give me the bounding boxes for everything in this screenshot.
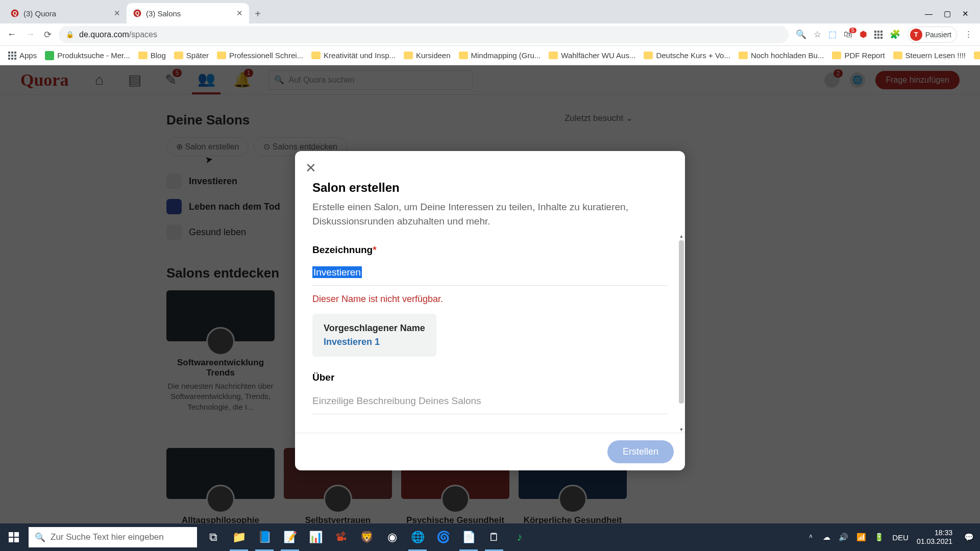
window-close-icon[interactable]: ✕ [962, 9, 969, 18]
volume-tray-icon[interactable]: 🔊 [839, 533, 848, 542]
tab-title: (3) Quora [23, 9, 56, 18]
spotify-app-icon[interactable]: ♪ [507, 523, 532, 551]
suggested-name-value: Investieren 1 [324, 337, 425, 347]
start-button[interactable] [0, 523, 28, 551]
profile-status: Pausiert [925, 31, 951, 39]
brave-app-icon[interactable]: 🦁 [354, 523, 379, 551]
adblock-icon[interactable]: ⬢ [860, 29, 867, 40]
url-domain: de.quora.com [79, 30, 129, 39]
tray-chevron-icon[interactable]: ＾ [807, 533, 815, 542]
reload-icon[interactable]: ⟳ [44, 29, 52, 40]
taskbar-search-placeholder: Zur Suche Text hier eingeben [51, 532, 164, 542]
forward-icon[interactable]: → [26, 29, 35, 40]
suggested-name-box[interactable]: Vorgeschlagener Name Investieren 1 [312, 314, 436, 357]
scroll-up-icon[interactable]: ▲ [679, 233, 684, 239]
chrome-app-icon[interactable]: 🌐 [405, 523, 430, 551]
bookmark-item[interactable]: PDF Report [829, 49, 888, 62]
modal-title: Salon erstellen [312, 181, 668, 195]
tab-close-icon[interactable]: ✕ [114, 9, 120, 18]
new-tab-button[interactable]: + [249, 5, 266, 22]
bookmark-item[interactable]: Steuern Videos wic... [971, 49, 980, 62]
obs-app-icon[interactable]: ◉ [380, 523, 404, 551]
close-icon[interactable]: ✕ [305, 160, 316, 176]
svg-text:Q: Q [135, 10, 139, 16]
app-icon[interactable]: 📄 [456, 523, 481, 551]
bookmark-item[interactable]: Deutsche Kurs + Vo... [641, 49, 733, 62]
bookmark-item[interactable]: Produktsuche - Mer... [42, 49, 133, 62]
modal-intro: Erstelle einen Salon, um Deine Interesse… [312, 200, 668, 228]
url-path: /spaces [129, 30, 157, 39]
bookmark-item[interactable]: Professionell Schrei... [214, 49, 306, 62]
browser-tab[interactable]: Q (3) Quora ✕ [4, 3, 127, 23]
battery-tray-icon[interactable]: 🔋 [874, 533, 884, 542]
extension-icon[interactable]: 🛍5 [844, 30, 852, 40]
taskbar-search-input[interactable]: 🔍 Zur Suche Text hier eingeben [29, 527, 197, 547]
extension-icon[interactable] [874, 31, 883, 39]
taskbar-clock[interactable]: 18:33 01.03.2021 [917, 529, 952, 546]
network-tray-icon[interactable]: 📶 [856, 533, 866, 542]
create-space-modal: ✕ Salon erstellen Erstelle einen Salon, … [295, 151, 685, 470]
bookmark-item[interactable]: Noch hochladen Bu... [736, 49, 827, 62]
quora-favicon-icon: Q [10, 9, 19, 18]
window-minimize-icon[interactable]: — [925, 9, 933, 18]
bookmark-star-icon[interactable]: ☆ [814, 29, 821, 40]
bookmark-item[interactable]: Später [171, 49, 212, 62]
powerpoint-app-icon[interactable]: 📽 [329, 523, 353, 551]
quora-favicon-icon: Q [133, 9, 142, 18]
bookmark-item[interactable]: Kreativität und Insp... [308, 49, 399, 62]
window-maximize-icon[interactable]: ▢ [944, 9, 951, 18]
chrome-tab-strip: Q (3) Quora ✕ Q (3) Salons ✕ + — ▢ ✕ [0, 0, 980, 23]
modal-scrollbar[interactable]: ▲ ▼ [679, 233, 684, 433]
mail-app-icon[interactable]: 📘 [252, 523, 277, 551]
name-label: Bezeichnung* [312, 244, 668, 256]
apps-button[interactable]: Apps [5, 49, 40, 62]
create-button[interactable]: Erstellen [607, 440, 674, 463]
edge-app-icon[interactable]: 🌀 [431, 523, 455, 551]
word-app-icon[interactable]: 📝 [278, 523, 302, 551]
language-indicator[interactable]: DEU [892, 533, 909, 542]
about-input[interactable]: Einzeilige Beschreibung Deines Salons [312, 391, 668, 414]
bookmark-item[interactable]: Steuern Lesen !!!! [890, 49, 969, 62]
browser-tab-active[interactable]: Q (3) Salons ✕ [127, 3, 249, 23]
lock-icon: 🔒 [66, 31, 74, 38]
bookmark-item[interactable]: Mindmapping (Gru... [456, 49, 544, 62]
action-center-icon[interactable]: 💬 [961, 529, 977, 545]
back-icon[interactable]: ← [7, 29, 16, 40]
tab-title: (3) Salons [146, 9, 181, 18]
notepad-app-icon[interactable]: 🗒 [482, 523, 506, 551]
name-input[interactable]: Investieren [312, 263, 668, 286]
url-input[interactable]: 🔒 de.quora.com/spaces [59, 26, 789, 43]
bookmarks-bar: Apps Produktsuche - Mer... Blog Später P… [0, 46, 980, 65]
suggested-name-label: Vorgeschlagener Name [324, 323, 425, 334]
svg-text:Q: Q [13, 10, 17, 16]
chrome-menu-icon[interactable]: ⋮ [964, 29, 973, 40]
bookmark-item[interactable]: Wahlfächer WU Aus... [546, 49, 639, 62]
about-label: Über [312, 372, 668, 383]
search-icon: 🔍 [35, 532, 45, 543]
scroll-down-icon[interactable]: ▼ [679, 427, 684, 433]
tab-close-icon[interactable]: ✕ [236, 9, 243, 18]
address-bar: ← → ⟳ 🔒 de.quora.com/spaces 🔍 ☆ ⬚ 🛍5 ⬢ 🧩… [0, 23, 980, 46]
file-explorer-icon[interactable]: 📁 [227, 523, 251, 551]
bookmark-item[interactable]: Blog [135, 49, 169, 62]
zoom-icon[interactable]: 🔍 [796, 29, 806, 40]
bookmark-item[interactable]: Kursideen [401, 49, 454, 62]
onedrive-tray-icon[interactable]: ☁ [823, 533, 830, 542]
name-error-message: Dieser Name ist nicht verfügbar. [312, 294, 668, 305]
extension-icon[interactable]: ⬚ [828, 29, 837, 40]
excel-app-icon[interactable]: 📊 [303, 523, 328, 551]
windows-taskbar: 🔍 Zur Suche Text hier eingeben ⧉ 📁 📘 📝 📊… [0, 523, 980, 551]
scrollbar-thumb[interactable] [679, 240, 684, 404]
profile-chip[interactable]: T Pausiert [908, 27, 957, 43]
profile-avatar-icon: T [910, 29, 922, 41]
task-view-icon[interactable]: ⧉ [201, 523, 226, 551]
extensions-puzzle-icon[interactable]: 🧩 [890, 29, 900, 40]
